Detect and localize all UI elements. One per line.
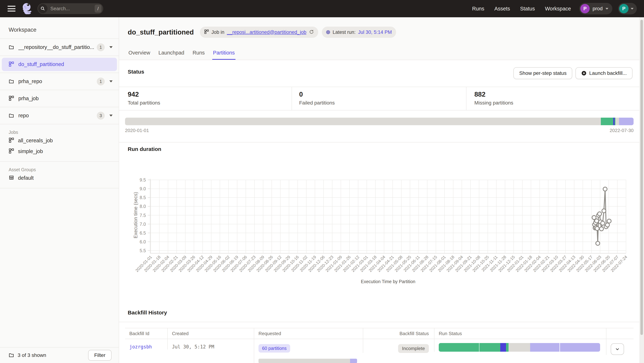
user-menu[interactable]: P bbox=[618, 3, 637, 14]
data-point-marker bbox=[602, 209, 606, 213]
stat-total-partitions: 942Total partitions bbox=[119, 87, 292, 110]
count-badge: 3 bbox=[97, 112, 105, 120]
nav-link-runs[interactable]: Runs bbox=[472, 6, 484, 12]
stat-failed-partitions: 0Failed partitions bbox=[292, 87, 466, 110]
count-badge: 1 bbox=[97, 78, 105, 86]
tab-overview[interactable]: Overview bbox=[128, 50, 151, 60]
sidebar-item-prha_job[interactable]: prha_job bbox=[0, 90, 119, 107]
scrollbar[interactable] bbox=[639, 17, 644, 363]
folder-icon bbox=[9, 352, 14, 358]
column-header-run-status: Run Status bbox=[434, 328, 606, 339]
sidebar-item-prha_repo[interactable]: prha_repo1 bbox=[0, 73, 119, 90]
scrollbar-thumb[interactable] bbox=[640, 20, 643, 335]
partition-start-date: 2020-01-01 bbox=[125, 128, 149, 133]
nav-link-assets[interactable]: Assets bbox=[494, 6, 510, 12]
deployment-switcher[interactable]: P prod bbox=[579, 3, 612, 14]
requested-partitions-badge[interactable]: 60 partitions bbox=[258, 344, 290, 352]
job-icon bbox=[9, 96, 14, 102]
column-header-empty bbox=[606, 328, 634, 339]
sidebar-item-label: all_cereals_job bbox=[18, 138, 53, 144]
sidebar-item-simple_job[interactable]: simple_job bbox=[0, 146, 119, 157]
sidebar-item-repo[interactable]: repo3 bbox=[0, 107, 119, 124]
bar-segment bbox=[480, 343, 500, 352]
filter-button[interactable]: Filter bbox=[88, 350, 112, 361]
sidebar-title: Workspace bbox=[9, 26, 119, 33]
tab-runs[interactable]: Runs bbox=[192, 50, 206, 60]
data-point-marker bbox=[601, 221, 604, 225]
chevron-down-icon[interactable] bbox=[109, 114, 112, 116]
data-point-marker bbox=[603, 187, 607, 191]
latest-run-pill: Latest run: Jul 30, 5:14 PM bbox=[322, 26, 396, 38]
data-point-marker bbox=[595, 219, 599, 223]
column-header-backfill-id: Backfill Id bbox=[125, 328, 167, 339]
bar-segment bbox=[601, 118, 613, 125]
backfill-id-link[interactable]: jozrgsbh bbox=[129, 344, 152, 350]
tab-launchpad[interactable]: Launchpad bbox=[158, 50, 185, 60]
sidebar-item-default[interactable]: default bbox=[0, 172, 119, 183]
page-title: do_stuff_partitioned bbox=[128, 28, 194, 36]
sidebar-section-asset-groups: Asset Groupsdefault bbox=[0, 162, 119, 188]
sidebar-item-do_stuff_partitioned[interactable]: do_stuff_partitioned bbox=[0, 56, 119, 73]
launch-backfill-button[interactable]: Launch backfill... bbox=[576, 67, 632, 79]
backfill-created: Jul 30, 5:12 PM bbox=[172, 344, 214, 350]
show-per-step-status-button[interactable]: Show per-step status bbox=[514, 67, 572, 79]
section-heading: Jobs bbox=[9, 130, 119, 135]
menu-icon[interactable] bbox=[8, 6, 16, 12]
run-status-dot-icon bbox=[326, 30, 330, 34]
user-avatar: P bbox=[619, 4, 628, 13]
latest-run-link[interactable]: Jul 30, 5:14 PM bbox=[358, 30, 392, 35]
repos-shown-count: 3 of 3 shown bbox=[18, 352, 46, 358]
job-icon bbox=[9, 138, 14, 144]
y-tick-label: 7.5 bbox=[140, 213, 146, 218]
backfill-status-badge: Incomplete bbox=[398, 344, 429, 353]
stat-label: Failed partitions bbox=[299, 100, 466, 106]
data-point-marker bbox=[606, 223, 610, 227]
backfill-table-header: Backfill IdCreatedRequestedBackfill Stat… bbox=[125, 328, 634, 339]
chevron-down-icon[interactable] bbox=[109, 46, 112, 48]
nav-link-status[interactable]: Status bbox=[520, 6, 535, 12]
stat-value: 0 bbox=[299, 91, 466, 98]
bar-segment bbox=[619, 118, 634, 125]
y-tick-label: 9.5 bbox=[140, 177, 146, 182]
section-divider bbox=[119, 322, 644, 322]
search-input[interactable]: Search... / bbox=[38, 3, 103, 14]
top-navbar: Search... / RunsAssetsStatusWorkspace P … bbox=[0, 0, 644, 17]
stat-label: Missing partitions bbox=[474, 100, 644, 106]
search-placeholder: Search... bbox=[50, 6, 94, 12]
dagster-logo-icon[interactable] bbox=[21, 2, 33, 15]
bar-segment bbox=[613, 118, 615, 125]
column-header-backfill-status: Backfill Status bbox=[363, 328, 434, 339]
section-divider bbox=[119, 142, 644, 142]
deployment-label: prod bbox=[592, 6, 603, 12]
sidebar-item-all_cereals_job[interactable]: all_cereals_job bbox=[0, 135, 119, 146]
repo-list: __repository__do_stuff_partitio...1do_st… bbox=[0, 38, 119, 124]
column-header-requested: Requested bbox=[254, 328, 363, 339]
search-icon bbox=[38, 4, 48, 13]
data-point-marker bbox=[596, 242, 600, 245]
stat-value: 882 bbox=[474, 91, 644, 98]
sidebar-item-__repository__do_stuff_partitio...[interactable]: __repository__do_stuff_partitio...1 bbox=[0, 39, 119, 56]
y-tick-label: 6.0 bbox=[140, 239, 146, 244]
bar-segment bbox=[530, 343, 560, 352]
chart-caption: Execution Time by Partition bbox=[361, 279, 415, 284]
chevron-down-icon[interactable] bbox=[109, 80, 112, 82]
stat-value: 942 bbox=[128, 91, 292, 98]
partition-status-bar[interactable] bbox=[125, 118, 634, 125]
sidebar-section-jobs: Jobsall_cereals_jobsimple_job bbox=[0, 124, 119, 162]
run-status-bar[interactable] bbox=[439, 343, 600, 352]
reload-icon[interactable] bbox=[309, 29, 314, 36]
expand-row-button[interactable] bbox=[611, 344, 624, 355]
chevron-down-icon bbox=[615, 347, 620, 352]
sidebar-item-label: simple_job bbox=[18, 148, 43, 154]
job-origin-pill: Job in __reposi...artitioned@partitioned… bbox=[200, 26, 318, 38]
y-tick-label: 7.0 bbox=[140, 222, 146, 227]
requested-partitions-bar bbox=[258, 359, 357, 363]
tab-partitions[interactable]: Partitions bbox=[212, 50, 236, 60]
sidebar-item-label: default bbox=[18, 175, 34, 181]
job-origin-link[interactable]: __reposi...artitioned@partitioned_job bbox=[227, 30, 306, 35]
main-content: do_stuff_partitioned Job in __reposi...a… bbox=[119, 17, 644, 363]
folder-icon bbox=[9, 112, 14, 119]
job-icon bbox=[9, 148, 14, 154]
nav-link-workspace[interactable]: Workspace bbox=[545, 6, 571, 12]
bar-segment bbox=[500, 343, 506, 352]
